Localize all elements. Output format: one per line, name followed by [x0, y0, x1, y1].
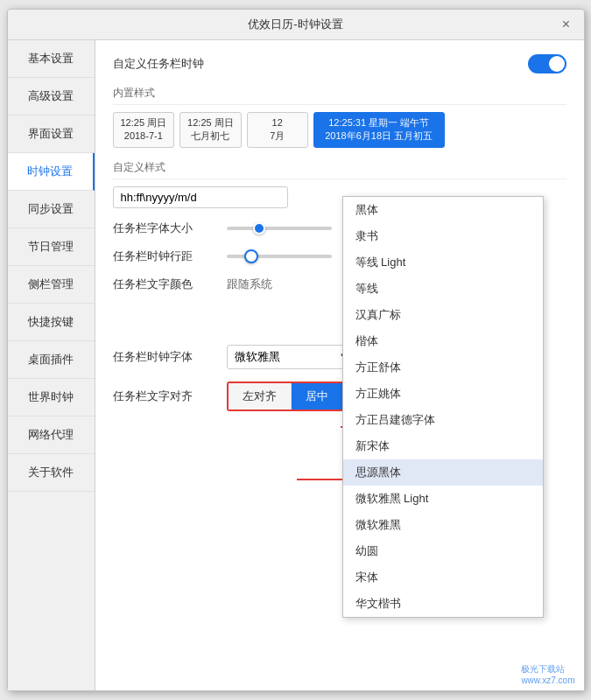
fontsize-thumb[interactable]	[253, 222, 265, 234]
linespacing-slider[interactable]	[227, 255, 332, 258]
sidebar-item-festival[interactable]: 节日管理	[8, 228, 95, 266]
preset-style-1[interactable]: 12:25 周日 2018-7-1	[113, 112, 175, 148]
fontsize-label: 任务栏字体大小	[113, 220, 227, 236]
dropdown-item-4[interactable]: 汉真广标	[343, 302, 543, 328]
taskbar-clock-section: 自定义任务栏时钟	[113, 54, 566, 74]
dropdown-item-9[interactable]: 新宋体	[343, 433, 543, 459]
linespacing-thumb[interactable]	[244, 249, 258, 263]
align-left-button[interactable]: 左对齐	[229, 383, 292, 410]
custom-styles-title: 自定义样式	[113, 160, 566, 179]
dropdown-item-6[interactable]: 方正舒体	[343, 354, 543, 381]
sidebar-item-sidebar-mgmt[interactable]: 侧栏管理	[8, 266, 95, 304]
sidebar-item-basic[interactable]: 基本设置	[8, 40, 95, 78]
dropdown-item-14[interactable]: 宋体	[343, 564, 543, 591]
dropdown-item-12[interactable]: 微软雅黑	[343, 512, 543, 538]
sidebar: 基本设置 高级设置 界面设置 时钟设置 同步设置 节日管理 侧栏管理 快捷按键 …	[8, 40, 95, 690]
preset-line2: 七月初七	[187, 130, 234, 143]
watermark-subtext: www.xz7.com	[521, 676, 574, 685]
main-content: 基本设置 高级设置 界面设置 时钟设置 同步设置 节日管理 侧栏管理 快捷按键 …	[8, 40, 584, 690]
sidebar-item-interface[interactable]: 界面设置	[8, 116, 95, 153]
sidebar-item-shortcut[interactable]: 快捷按键	[8, 304, 95, 341]
font-select[interactable]: 微软雅黑 ▼	[227, 345, 358, 369]
watermark-text: 极光下载站	[521, 663, 574, 676]
align-center-button[interactable]: 居中	[292, 383, 343, 410]
close-button[interactable]: ×	[558, 16, 575, 33]
fontsize-slider[interactable]	[227, 227, 332, 230]
dialog-title: 优效日历-时钟设置	[248, 17, 342, 32]
sidebar-item-desktop-widget[interactable]: 桌面插件	[8, 341, 95, 379]
dropdown-item-3[interactable]: 等线	[343, 276, 543, 302]
preset-style-2[interactable]: 12:25 周日 七月初七	[179, 112, 242, 148]
preset-style-selected[interactable]: 12:25:31 星期一 端午节 2018年6月18日 五月初五	[313, 112, 445, 148]
watermark: 极光下载站 www.xz7.com	[521, 663, 574, 685]
sidebar-item-about[interactable]: 关于软件	[8, 454, 95, 492]
taskbar-clock-toggle[interactable]	[528, 54, 566, 74]
dropdown-item-10[interactable]: 思源黑体	[343, 459, 543, 486]
dropdown-item-13[interactable]: 幼圆	[343, 538, 543, 564]
preset-style-3[interactable]: 12 7月	[247, 112, 308, 148]
preset-selected-line1: 12:25:31 星期一 端午节	[321, 116, 437, 130]
settings-dialog: 优效日历-时钟设置 × 基本设置 高级设置 界面设置 时钟设置 同步设置 节日管…	[7, 9, 585, 691]
preset-selected-line2: 2018年6月18日 五月初五	[321, 130, 437, 143]
custom-format-input[interactable]	[113, 186, 288, 208]
title-bar: 优效日历-时钟设置 ×	[8, 10, 584, 40]
preset-line1: 12	[255, 116, 300, 130]
fontcolor-value: 跟随系统	[227, 276, 272, 292]
fontcolor-label: 任务栏文字颜色	[113, 276, 227, 292]
taskbar-clock-label: 自定义任务栏时钟	[113, 56, 204, 72]
align-label: 任务栏文字对齐	[113, 388, 227, 404]
preset-line1: 12:25 周日	[187, 116, 234, 130]
preset-line2: 7月	[255, 130, 300, 143]
sidebar-item-clock[interactable]: 时钟设置	[8, 153, 95, 191]
sidebar-item-sync[interactable]: 同步设置	[8, 191, 95, 228]
dropdown-item-1[interactable]: 隶书	[343, 223, 543, 249]
dropdown-item-5[interactable]: 楷体	[343, 328, 543, 354]
sidebar-item-proxy[interactable]: 网络代理	[8, 416, 95, 454]
preset-styles-container: 12:25 周日 2018-7-1 12:25 周日 七月初七 12 7月 12…	[113, 112, 566, 148]
linespacing-label: 任务栏时钟行距	[113, 248, 227, 264]
dropdown-item-15[interactable]: 华文楷书	[343, 591, 543, 617]
font-select-value: 微软雅黑	[235, 349, 280, 365]
font-dropdown: 黑体 隶书 等线 Light 等线 汉真广标 楷体 方正舒体 方正姚体 方正吕建…	[342, 196, 544, 618]
font-label: 任务栏时钟字体	[113, 349, 227, 365]
dropdown-item-8[interactable]: 方正吕建德字体	[343, 407, 543, 433]
dropdown-item-0[interactable]: 黑体	[343, 197, 543, 223]
content-area: 自定义任务栏时钟 内置样式 12:25 周日 2018-7-1 12:25 周日…	[95, 40, 584, 690]
preset-line1: 12:25 周日	[121, 116, 167, 130]
sidebar-item-world-clock[interactable]: 世界时钟	[8, 379, 95, 416]
dropdown-item-11[interactable]: 微软雅黑 Light	[343, 486, 543, 512]
preset-styles-title: 内置样式	[113, 86, 566, 105]
dropdown-item-2[interactable]: 等线 Light	[343, 249, 543, 276]
sidebar-item-advanced[interactable]: 高级设置	[8, 78, 95, 116]
preset-line2: 2018-7-1	[121, 130, 167, 143]
dropdown-item-7[interactable]: 方正姚体	[343, 381, 543, 407]
